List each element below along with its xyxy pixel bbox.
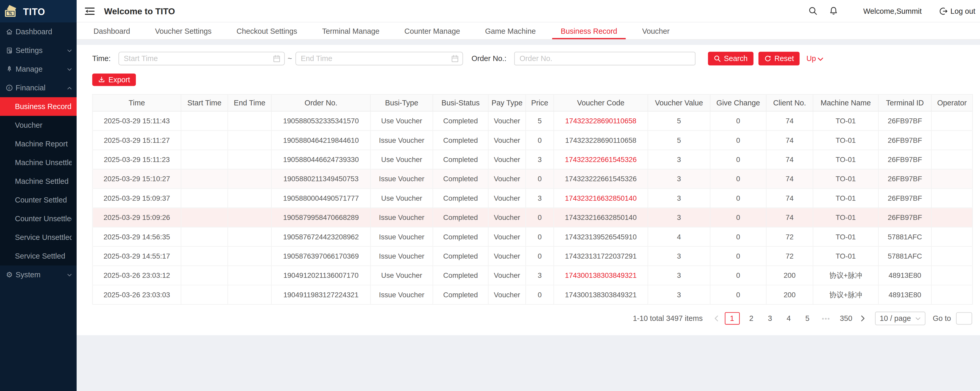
filter-bar: Time: ~ Order No.: (92, 52, 973, 65)
tab-checkout-settings[interactable]: Checkout Settings (237, 22, 298, 39)
table-header-row: TimeStart TimeEnd TimeOrder No.Busi-Type… (92, 94, 972, 111)
tab-voucher-settings[interactable]: Voucher Settings (155, 22, 212, 39)
calendar-icon[interactable] (451, 55, 458, 62)
cell-client-no: 74 (766, 189, 813, 208)
goto-page-input[interactable] (956, 312, 972, 324)
user-greeting[interactable]: Welcome,Summit (863, 6, 921, 15)
table-row: 2025-03-29 15:09:37 1905880004490571777 … (92, 189, 972, 208)
cell-busi-status: Completed (433, 111, 488, 130)
sidebar-item-manage[interactable]: Manage (0, 60, 76, 78)
chevron-down-icon (915, 317, 920, 320)
cell-start-time (181, 285, 228, 304)
start-time-input[interactable] (118, 52, 285, 65)
page-button-[interactable]: ••• (819, 313, 833, 324)
page-size-select[interactable]: 10 / page (875, 312, 926, 325)
tab-voucher[interactable]: Voucher (642, 22, 670, 39)
reset-button[interactable]: Reset (758, 52, 800, 65)
sidebar-item-machine-report[interactable]: Machine Report (0, 135, 76, 153)
sidebar-item-voucher[interactable]: Voucher (0, 116, 76, 135)
sidebar-item-label: Financial (16, 84, 45, 92)
page-button-5[interactable]: 5 (800, 313, 815, 324)
cell-voucher-code: 174323131722037291 (554, 246, 648, 265)
cell-pay-type: Voucher (488, 227, 526, 246)
sidebar-item-settings[interactable]: Settings (0, 41, 76, 60)
cell-time: 2025-03-29 15:11:23 (92, 150, 181, 169)
voucher-code-link[interactable]: 174300138303849321 (565, 272, 636, 279)
sidebar-item-system[interactable]: ⚙ System (0, 265, 76, 284)
export-row: Export (92, 73, 973, 86)
menu-fold-icon[interactable] (85, 6, 94, 15)
cell-start-time (181, 208, 228, 227)
cell-busi-type: Use Voucher (371, 189, 433, 208)
cell-terminal-id: 26FB97BF (878, 150, 931, 169)
collapse-filters-link[interactable]: Up (807, 54, 824, 63)
sidebar-item-label: Service Settled (15, 252, 65, 261)
logout-button[interactable]: Log out (939, 6, 975, 15)
voucher-code-link[interactable]: 174323216632850140 (565, 214, 636, 221)
cell-voucher-value: 5 (648, 111, 710, 130)
search-icon[interactable] (808, 6, 818, 16)
sidebar-item-counter-unsettled[interactable]: Counter Unsettled (0, 209, 76, 228)
cell-price: 3 (526, 150, 554, 169)
table-row: 2025-03-26 23:03:03 1904911983127224321 … (92, 285, 972, 304)
cell-operator (931, 285, 972, 304)
cell-machine-name: 协议+脉冲 (813, 285, 878, 304)
end-time-input[interactable] (295, 52, 463, 65)
search-button[interactable]: Search (708, 52, 753, 65)
column-header: Pay Type (488, 94, 526, 111)
page-button-2[interactable]: 2 (745, 313, 758, 324)
cell-voucher-value: 3 (648, 266, 710, 285)
voucher-code-link[interactable]: 174300138303849321 (565, 291, 636, 299)
sidebar-item-service-unsettled[interactable]: Service Unsettled (0, 228, 76, 246)
tab-game-machine[interactable]: Game Machine (485, 22, 536, 39)
cell-voucher-value: 3 (648, 189, 710, 208)
cell-start-time (181, 150, 228, 169)
page-button-3[interactable]: 3 (763, 313, 777, 324)
column-header: Start Time (181, 94, 228, 111)
cell-machine-name: TO-01 (813, 208, 878, 227)
next-page-button[interactable] (857, 315, 869, 321)
voucher-code-link[interactable]: 174323222661545326 (565, 156, 636, 163)
calendar-icon[interactable] (273, 55, 280, 62)
bell-icon[interactable] (829, 6, 838, 16)
order-no-input-wrap (514, 52, 695, 65)
sidebar-item-dashboard[interactable]: Dashboard (0, 22, 76, 41)
cell-voucher-value: 3 (648, 208, 710, 227)
table-row: 2025-03-29 15:11:43 1905880532335341570 … (92, 111, 972, 130)
voucher-code-link[interactable]: 174323139526545910 (565, 233, 636, 241)
tab-dashboard[interactable]: Dashboard (94, 22, 130, 39)
page-button-4[interactable]: 4 (782, 313, 795, 324)
page-button-1[interactable]: 1 (724, 312, 740, 324)
prev-page-button[interactable] (710, 315, 722, 321)
chevron-icon (67, 86, 72, 89)
tab-terminal-manage[interactable]: Terminal Manage (322, 22, 379, 39)
sidebar-item-label: Machine Unsettled (15, 158, 72, 167)
voucher-code-link[interactable]: 174323131722037291 (565, 252, 636, 260)
page-button-350[interactable]: 350 (838, 313, 854, 324)
cell-end-time (228, 189, 271, 208)
column-header: Give Change (710, 94, 766, 111)
sidebar-item-business-record[interactable]: Business Record (0, 97, 76, 116)
sidebar-item-machine-settled[interactable]: Machine Settled (0, 172, 76, 191)
sidebar-item-service-settled[interactable]: Service Settled (0, 246, 76, 265)
voucher-code-link[interactable]: 174323222661545326 (565, 175, 636, 183)
tab-business-record[interactable]: Business Record (561, 22, 617, 39)
time-filter-label: Time: (92, 54, 111, 63)
sidebar-item-label: Counter Settled (15, 196, 67, 205)
sidebar-item-counter-settled[interactable]: Counter Settled (0, 191, 76, 209)
tab-counter-manage[interactable]: Counter Manage (404, 22, 460, 39)
sidebar-item-financial[interactable]: £ Financial (0, 78, 76, 97)
voucher-code-link[interactable]: 174323228690110658 (565, 117, 636, 125)
voucher-code-link[interactable]: 174323216632850140 (565, 194, 636, 202)
cell-client-no: 74 (766, 208, 813, 227)
cell-price: 3 (526, 189, 554, 208)
voucher-code-link[interactable]: 174323228690110658 (565, 137, 636, 144)
cell-order-no: 1904911983127224321 (271, 285, 371, 304)
cell-busi-type: Use Voucher (371, 111, 433, 130)
cell-busi-type: Issue Voucher (371, 169, 433, 189)
export-button[interactable]: Export (92, 73, 135, 86)
order-no-input[interactable] (514, 52, 695, 65)
cell-busi-status: Completed (433, 227, 488, 246)
cell-time: 2025-03-26 23:03:03 (92, 285, 181, 304)
sidebar-item-machine-unsettled[interactable]: Machine Unsettled (0, 153, 76, 172)
